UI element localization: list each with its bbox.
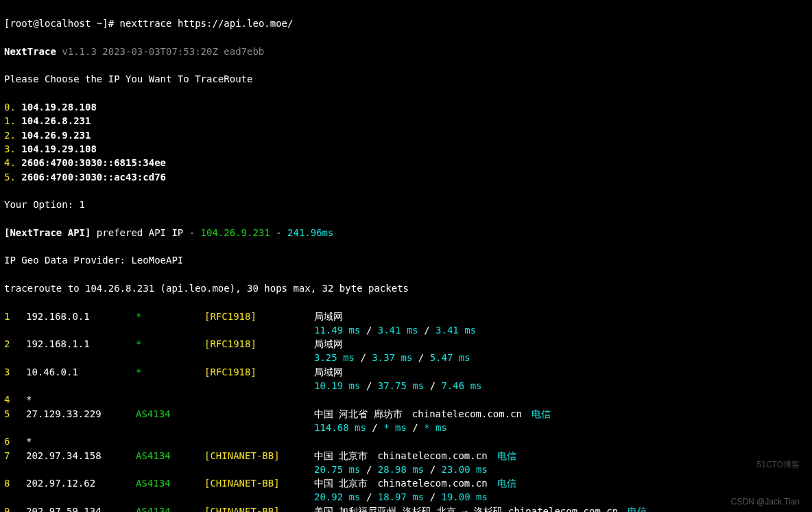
hop-isp: 电信 [628,506,647,512]
hop-rtt: 20.92 ms [314,491,360,502]
app-name: NextTrace [4,46,56,57]
hop-tag: [CHINANET-BB] [204,504,314,512]
hop-location: 中国 北京市 [314,450,368,461]
hop-location: 局域网 [314,366,343,377]
option-index: 1. [4,115,16,126]
hop-number: 8 [4,476,26,490]
hop-isp: 电信 [497,478,516,489]
hop-rtt: 11.49 ms [314,325,360,336]
watermark-51cto: 51CTO博客 [757,459,800,471]
geo-provider: IP Geo Data Provider: LeoMoeAPI [4,255,183,266]
hop-number: 7 [4,449,26,463]
hop-domain: chinatelecom.com.cn [377,478,487,489]
hop-tag: [CHINANET-BB] [204,449,314,463]
hop-asn: AS4134 [136,476,204,490]
hop-rtt: 10.19 ms [314,380,360,391]
hop-tag: [RFC1918] [204,337,314,351]
hop-rtt: 19.00 ms [442,491,488,502]
hop-number: 4 [4,393,26,406]
hop-rtt: 3.41 ms [378,325,418,336]
hop-ip: 192.168.1.1 [26,337,136,351]
hop-location: 美国 加利福尼亚州 洛杉矶 北京 → 洛杉矶 chinatelecom.com.… [314,506,618,512]
option-ip: 104.26.8.231 [21,115,91,126]
option-ip: 2606:4700:3030::ac43:cd76 [21,172,166,183]
hop-rtt: 3.41 ms [435,325,476,336]
hop-tag: [RFC1918] [204,310,314,323]
terminal-output[interactable]: [root@localhost ~]# nexttrace https://ap… [0,0,812,512]
hop-ip: 202.97.59.134 [26,504,136,512]
hop-rtt: 3.25 ms [314,352,355,363]
option-ip: 104.19.29.108 [21,143,97,154]
option-ip: 104.26.9.231 [21,130,91,141]
hop-domain: chinatelecom.com.cn [377,450,487,461]
hop-timeout: * [26,394,32,405]
hop-isp: 电信 [497,450,516,461]
option-index: 2. [4,130,16,141]
option-index: 0. [4,102,16,113]
option-index: 3. [4,143,16,154]
hop-domain: chinatelecom.com.cn [412,408,522,419]
hop-location: 局域网 [314,311,343,322]
hop-rtt: 5.47 ms [430,352,470,363]
option-ip: 2606:4700:3030::6815:34ee [21,157,166,168]
hop-rtt: 28.98 ms [378,464,424,475]
hop-asn: * [136,337,204,351]
hop-number: 1 [4,310,26,323]
api-label: [NextTrace API] [4,227,91,238]
your-option-value: 1 [80,199,85,210]
hop-number: 6 [4,434,26,448]
hop-asn: AS4134 [136,449,204,463]
option-ip: 104.19.28.108 [21,102,97,113]
hop-number: 3 [4,365,26,379]
hop-timeout: * [26,436,32,447]
shell-prompt: [root@localhost ~]# [4,18,114,29]
hop-ip: 10.46.0.1 [26,365,136,379]
hop-location: 局域网 [314,338,343,349]
command: nexttrace https://api.leo.moe/ [120,18,294,29]
hop-tag: [RFC1918] [204,365,314,379]
hop-rtt: 23.00 ms [442,464,488,475]
hop-rtt: 114.68 ms [314,422,366,433]
hop-rtt: 18.97 ms [378,491,424,502]
watermark-csdn: CSDN @Jack Tian [731,496,800,508]
hop-number: 9 [4,504,26,512]
traceroute-header: traceroute to 104.26.8.231 (api.leo.moe)… [4,283,409,294]
choose-prompt: Please Choose the IP You Want To TraceRo… [4,73,252,84]
hop-number: 5 [4,407,26,421]
hop-ip: 192.168.0.1 [26,310,136,323]
api-sep: - [270,227,287,238]
hop-rtt: 20.75 ms [314,464,360,475]
hop-asn: AS4134 [136,504,204,512]
hop-asn: * [136,365,204,379]
app-version: v1.1.3 2023-03-03T07:53:20Z ead7ebb [62,46,264,57]
hop-rtt: 37.75 ms [378,380,424,391]
hop-isp: 电信 [532,408,551,419]
hop-rtt: 7.46 ms [442,380,482,391]
hop-asn: AS4134 [136,407,204,421]
your-option-label: Your Option: [4,199,80,210]
api-latency: 241.96ms [287,227,333,238]
hop-number: 2 [4,337,26,351]
option-index: 5. [4,172,16,183]
hop-ip: 202.97.12.62 [26,476,136,490]
hop-ip: 27.129.33.229 [26,407,136,421]
hop-location: 中国 河北省 廊坊市 [314,408,403,419]
hop-rtt: 3.37 ms [372,352,412,363]
hop-ip: 202.97.34.158 [26,449,136,463]
api-msg: prefered API IP - [91,227,200,238]
hop-rtt: * ms [383,422,407,433]
option-index: 4. [4,157,16,168]
hop-rtt: * ms [424,422,447,433]
hop-location: 中国 北京市 [314,478,368,489]
hop-tag: [CHINANET-BB] [204,476,314,490]
api-ip: 104.26.9.231 [201,227,270,238]
hop-asn: * [136,310,204,323]
